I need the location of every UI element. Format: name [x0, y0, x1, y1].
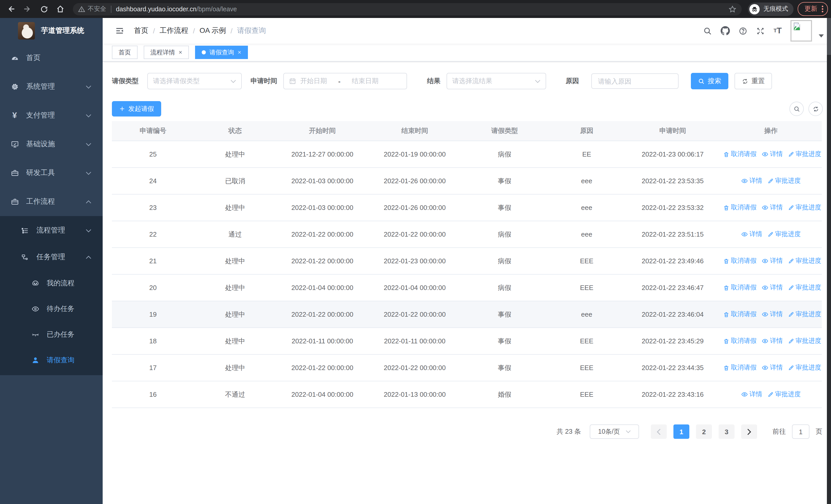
action-progress-link[interactable]: 审批进度	[767, 230, 801, 239]
help-icon[interactable]	[739, 26, 747, 35]
browser-forward-button[interactable]	[22, 3, 34, 15]
action-progress-link[interactable]: 审批进度	[788, 363, 821, 372]
sidebar-item-done-tasks[interactable]: 已办任务	[0, 322, 103, 348]
table-search-toggle-button[interactable]	[790, 101, 804, 116]
create-leave-button[interactable]: 发起请假	[112, 101, 161, 117]
tab-close-icon[interactable]: ×	[238, 49, 241, 55]
reset-button[interactable]: 重置	[735, 73, 772, 89]
action-cancel-link[interactable]: 取消请假	[723, 257, 756, 265]
sidebar-item-todo-tasks[interactable]: 待办任务	[0, 296, 103, 322]
cell-start-time: 2022-01-04 00:00:00	[276, 381, 369, 408]
action-detail-link[interactable]: 详情	[741, 230, 762, 238]
action-cancel-link[interactable]: 取消请假	[723, 363, 756, 372]
action-progress-link[interactable]: 审批进度	[767, 390, 801, 399]
breadcrumb-item-oa[interactable]: OA 示例	[200, 26, 226, 35]
cell-apply-time: 2022-01-22 23:46:47	[625, 274, 720, 301]
action-cancel-link[interactable]: 取消请假	[723, 337, 756, 346]
font-size-icon[interactable]: TT	[774, 27, 782, 35]
result-select[interactable]: 请选择流结果	[447, 73, 546, 89]
eye-icon	[762, 364, 768, 371]
action-cancel-link[interactable]: 取消请假	[723, 150, 756, 158]
browser-menu-icon[interactable]	[822, 6, 823, 12]
apply-time-range-picker[interactable]: 开始日期 - 结束日期	[283, 73, 407, 89]
sidebar-item-home[interactable]: 首页	[0, 43, 103, 72]
avatar-dropdown-caret[interactable]	[819, 34, 824, 37]
action-detail-link[interactable]: 详情	[762, 203, 783, 212]
cell-actions: 取消请假详情审批进度	[720, 141, 822, 168]
table-refresh-button[interactable]	[808, 101, 823, 116]
page-button-2[interactable]: 2	[696, 424, 712, 439]
action-detail-link[interactable]: 详情	[762, 283, 783, 292]
page-button-1[interactable]: 1	[674, 424, 689, 439]
action-progress-link[interactable]: 审批进度	[788, 337, 821, 346]
sidebar-item-workflow[interactable]: 工作流程	[0, 187, 103, 216]
table-row[interactable]: 20 处理中 2022-01-04 00:00:00 2022-01-04 00…	[112, 274, 822, 301]
action-cancel-link[interactable]: 取消请假	[723, 310, 756, 319]
breadcrumb-item-workflow[interactable]: 工作流程	[160, 26, 189, 35]
scrollbar-thumb[interactable]	[827, 18, 831, 55]
browser-reload-button[interactable]	[38, 3, 50, 15]
table-row[interactable]: 21 处理中 2022-01-22 00:00:00 2022-01-23 00…	[112, 248, 822, 274]
table-row[interactable]: 17 处理中 2022-01-22 00:00:00 2022-01-22 00…	[112, 354, 822, 381]
goto-page-input[interactable]	[792, 424, 809, 439]
fullscreen-icon[interactable]	[756, 26, 765, 35]
page-button-3[interactable]: 3	[719, 424, 735, 439]
address-bar[interactable]: 不安全 dashboard.yudao.iocoder.cn /bpm/oa/l…	[73, 3, 742, 15]
action-detail-link[interactable]: 详情	[741, 390, 762, 398]
bookmark-star-icon[interactable]	[728, 5, 737, 13]
browser-update-button[interactable]: 更新	[798, 2, 828, 16]
sidebar-item-infra[interactable]: 基础设施	[0, 130, 103, 158]
sidebar-item-devtools[interactable]: 研发工具	[0, 158, 103, 187]
action-detail-link[interactable]: 详情	[762, 150, 783, 158]
action-detail-link[interactable]: 详情	[762, 336, 783, 345]
action-progress-link[interactable]: 审批进度	[788, 283, 821, 292]
prev-page-button[interactable]	[651, 424, 667, 439]
table-row[interactable]: 16 不通过 2022-01-04 00:00:00 2022-01-13 00…	[112, 381, 822, 408]
action-progress-link[interactable]: 审批进度	[788, 257, 821, 265]
sidebar-item-payment[interactable]: ¥ 支付管理	[0, 101, 103, 130]
avatar[interactable]	[791, 20, 812, 41]
cell-apply-time: 2022-01-22 23:45:29	[625, 328, 720, 354]
breadcrumb-item-home[interactable]: 首页	[134, 26, 148, 35]
sidebar-item-system[interactable]: 系统管理	[0, 72, 103, 101]
sidebar-item-task-mgmt[interactable]: 任务管理	[0, 244, 103, 270]
sidebar-collapse-icon[interactable]	[115, 26, 124, 35]
sidebar-item-my-process[interactable]: 我的流程	[0, 270, 103, 296]
sidebar-item-label: 支付管理	[26, 111, 86, 120]
tab-home[interactable]: 首页	[112, 46, 138, 59]
tab-leave-query[interactable]: 请假查询 ×	[195, 46, 248, 59]
cell-reason: EEE	[548, 274, 625, 301]
page-size-select[interactable]: 10条/页	[590, 424, 639, 439]
table-row[interactable]: 24 已取消 2022-01-03 00:00:00 2022-01-26 00…	[112, 168, 822, 194]
sidebar-item-process-mgmt[interactable]: 流程管理	[0, 217, 103, 244]
leave-type-select[interactable]: 请选择请假类型	[147, 73, 242, 89]
github-icon[interactable]	[721, 26, 730, 35]
action-cancel-link[interactable]: 取消请假	[723, 283, 756, 292]
browser-home-button[interactable]	[54, 3, 67, 15]
action-progress-link[interactable]: 审批进度	[767, 177, 801, 185]
action-cancel-link[interactable]: 取消请假	[723, 203, 756, 212]
search-icon[interactable]	[703, 26, 712, 35]
page-scrollbar[interactable]	[827, 18, 831, 504]
next-page-button[interactable]	[741, 424, 757, 439]
search-button[interactable]: 搜索	[691, 73, 728, 89]
table-row[interactable]: 19 处理中 2022-01-22 00:00:00 2022-01-22 00…	[112, 301, 822, 328]
table-row[interactable]: 18 处理中 2022-01-11 00:00:00 2022-01-11 00…	[112, 328, 822, 354]
browser-back-button[interactable]	[5, 3, 18, 15]
action-progress-link[interactable]: 审批进度	[788, 203, 821, 212]
tab-close-icon[interactable]: ×	[179, 49, 182, 55]
action-detail-link[interactable]: 详情	[762, 310, 783, 319]
reason-input[interactable]	[591, 73, 679, 89]
table-row[interactable]: 25 处理中 2021-12-27 00:00:00 2022-01-19 00…	[112, 141, 822, 168]
action-detail-link[interactable]: 详情	[741, 176, 762, 185]
tab-process-detail[interactable]: 流程详情 ×	[144, 46, 189, 59]
table-row[interactable]: 23 处理中 2022-01-03 00:00:00 2022-01-26 00…	[112, 194, 822, 221]
action-detail-link[interactable]: 详情	[762, 256, 783, 265]
app-logo[interactable]: 芋道管理系统	[0, 18, 103, 43]
cell-status: 处理中	[194, 141, 276, 168]
action-progress-link[interactable]: 审批进度	[788, 150, 821, 158]
sidebar-item-leave-query[interactable]: 请假查询	[0, 348, 103, 373]
action-progress-link[interactable]: 审批进度	[788, 310, 821, 319]
action-detail-link[interactable]: 详情	[762, 363, 783, 372]
table-row[interactable]: 22 通过 2022-01-22 00:00:00 2022-01-22 00:…	[112, 221, 822, 248]
